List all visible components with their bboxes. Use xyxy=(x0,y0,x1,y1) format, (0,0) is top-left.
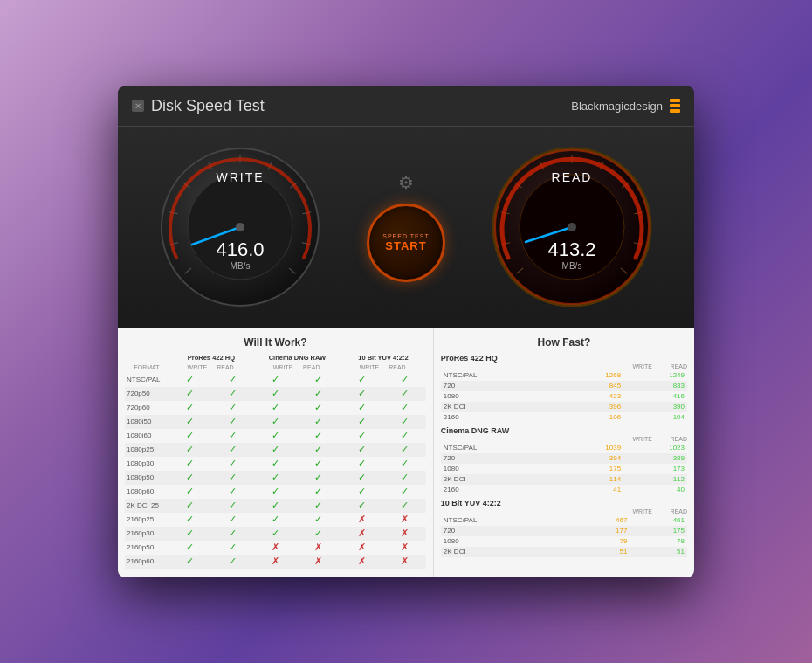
check-cell: ✓ xyxy=(383,485,426,499)
brand-icon-bar1 xyxy=(670,99,680,102)
check-cell: ✓ xyxy=(169,373,211,387)
check-icon: ✓ xyxy=(314,514,322,524)
check-icon: ✓ xyxy=(186,514,194,524)
check-icon: ✓ xyxy=(186,402,194,412)
check-icon: ✓ xyxy=(272,402,279,412)
start-button[interactable]: SPEED TEST START xyxy=(367,204,445,282)
right-section-title: Cinema DNG RAW xyxy=(441,426,687,435)
left-table-row: 1080p50✓✓✓✓✓✓ xyxy=(125,471,426,485)
close-button[interactable]: ✕ xyxy=(132,100,144,112)
right-format-cell: 1080 xyxy=(441,391,560,402)
check-icon: ✓ xyxy=(186,374,194,384)
check-icon: ✓ xyxy=(186,542,194,552)
format-col-label: FORMAT xyxy=(125,364,169,370)
read-val-cell: 78 xyxy=(630,536,687,547)
check-cell: ✓ xyxy=(169,443,211,457)
check-icon: ✓ xyxy=(314,402,322,412)
check-cell: ✓ xyxy=(297,373,340,387)
write-val-cell: 1039 xyxy=(560,443,623,453)
check-icon: ✓ xyxy=(401,416,409,426)
check-icon: ✓ xyxy=(401,374,409,384)
right-data-table: NTSC/PAL1039102372039438910801751732K DC… xyxy=(441,443,687,495)
check-cell: ✓ xyxy=(341,471,383,485)
right-table-row: 2K DCI5151 xyxy=(441,547,687,557)
check-cell: ✗ xyxy=(383,527,426,541)
col-prores-read: READ xyxy=(211,364,239,370)
left-table-row: 2160p50✓✓✗✗✗✗ xyxy=(125,541,426,555)
col-yuv-write: WRITE xyxy=(355,364,383,370)
check-icon: ✓ xyxy=(229,416,237,426)
check-icon: ✓ xyxy=(358,486,366,496)
check-icon: ✓ xyxy=(358,444,366,454)
right-format-cell: 720 xyxy=(441,381,560,391)
check-icon: ✓ xyxy=(272,486,279,496)
check-icon: ✓ xyxy=(401,500,409,510)
center-controls: ⚙ SPEED TEST START xyxy=(367,172,445,282)
check-icon: ✓ xyxy=(401,458,409,468)
check-icon: ✓ xyxy=(186,430,194,440)
format-cell: 2160p25 xyxy=(125,513,169,527)
check-cell: ✓ xyxy=(341,373,383,387)
write-gauge: WRITE 416.0 MB/s xyxy=(157,144,323,310)
write-val-cell: 177 xyxy=(573,526,630,536)
right-format-cell: 2160 xyxy=(441,412,560,423)
check-cell: ✓ xyxy=(254,499,297,513)
read-val-cell: 1249 xyxy=(623,370,687,381)
read-gauge-unit: MB/s xyxy=(547,261,595,271)
check-cell: ✓ xyxy=(297,513,340,527)
check-icon: ✓ xyxy=(358,402,366,412)
right-table-row: 720394389 xyxy=(441,453,687,464)
brand-icon-bar2 xyxy=(670,104,680,107)
read-val-cell: 833 xyxy=(623,381,687,391)
check-cell: ✓ xyxy=(297,401,340,415)
right-table-row: 2K DCI114112 xyxy=(441,474,687,485)
check-cell: ✗ xyxy=(341,541,383,555)
right-format-cell: NTSC/PAL xyxy=(441,370,560,381)
check-cell: ✓ xyxy=(341,415,383,429)
check-cell: ✓ xyxy=(341,401,383,415)
check-icon: ✓ xyxy=(229,388,237,398)
left-table-row: 1080p30✓✓✓✓✓✓ xyxy=(125,457,426,471)
right-table-row: 10807978 xyxy=(441,536,687,547)
check-cell: ✓ xyxy=(383,429,426,443)
right-col-header: WRITEREAD xyxy=(441,363,687,369)
check-icon: ✓ xyxy=(229,500,237,510)
format-cell: 1080p25 xyxy=(125,443,169,457)
check-icon: ✓ xyxy=(401,444,409,454)
check-cell: ✓ xyxy=(383,499,426,513)
col-read-header: READ xyxy=(652,363,687,369)
check-cell: ✓ xyxy=(169,541,211,555)
col-group-cinema: Cinema DNG RAW WRITE READ xyxy=(269,354,326,370)
gear-icon[interactable]: ⚙ xyxy=(398,172,414,193)
col-read-header: READ xyxy=(652,508,687,515)
col-group-yuv: 10 Bit YUV 4:2:2 WRITE READ xyxy=(355,354,411,370)
check-icon: ✓ xyxy=(358,472,366,482)
check-icon: ✓ xyxy=(314,430,322,440)
left-table-row: NTSC/PAL✓✓✓✓✓✓ xyxy=(125,373,426,387)
right-data-table: NTSC/PAL467461720177175108079782K DCI515… xyxy=(441,515,687,557)
check-cell: ✓ xyxy=(211,387,254,401)
check-icon: ✓ xyxy=(314,388,322,398)
read-val-cell: 461 xyxy=(630,515,687,526)
right-section-title: 10 Bit YUV 4:2:2 xyxy=(441,499,687,508)
check-cell: ✓ xyxy=(254,527,297,541)
col-group-prores: ProRes 422 HQ WRITE READ xyxy=(183,354,239,370)
check-cell: ✗ xyxy=(341,555,383,569)
write-val-cell: 1268 xyxy=(560,370,623,381)
right-format-cell: 1080 xyxy=(441,464,560,474)
check-cell: ✗ xyxy=(254,541,297,555)
right-format-cell: 2K DCI xyxy=(441,547,573,557)
check-icon: ✓ xyxy=(358,416,366,426)
check-icon: ✓ xyxy=(272,388,279,398)
check-cell: ✓ xyxy=(297,443,340,457)
brand-icon xyxy=(670,99,680,113)
check-cell: ✓ xyxy=(211,457,254,471)
check-icon: ✓ xyxy=(272,472,279,482)
col-write-header: WRITE xyxy=(617,363,652,369)
left-table: Will It Work? FORMAT ProRes 422 HQ WRITE… xyxy=(118,328,434,577)
check-icon: ✓ xyxy=(314,472,322,482)
check-cell: ✓ xyxy=(254,457,297,471)
check-icon: ✓ xyxy=(229,542,237,552)
read-gauge-label: READ xyxy=(552,170,593,184)
check-cell: ✓ xyxy=(383,373,426,387)
